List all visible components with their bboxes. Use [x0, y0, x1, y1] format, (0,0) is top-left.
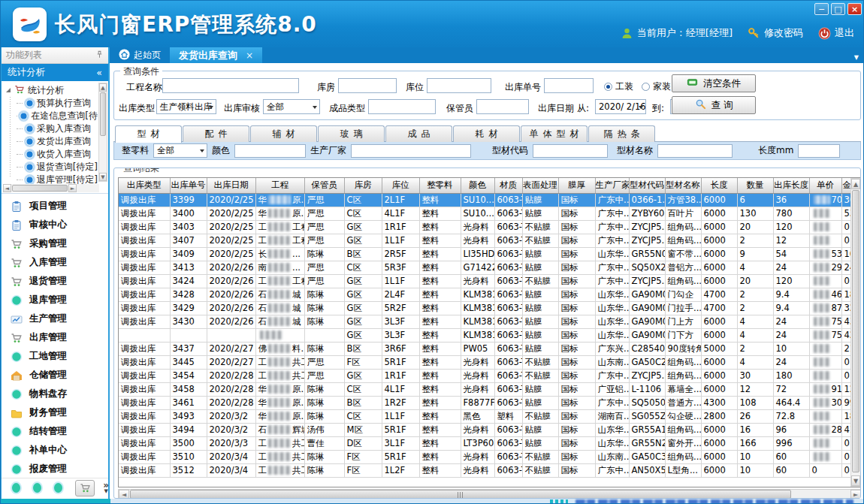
col-warehouse[interactable]: 库房 — [344, 178, 382, 193]
location-input[interactable] — [427, 78, 491, 93]
scroll-down-icon[interactable]: ▼ — [851, 475, 860, 486]
table-row[interactable]: 调拨出库34542020/2/28工共工程严思G区1R1F整料光身料6063-T… — [119, 369, 850, 382]
table-row[interactable]: 调拨出库34242020/2/26工工程严思G区1L1F整料光身料6063-T5… — [119, 274, 850, 288]
sidebar-item-工地管理[interactable]: 工地管理 — [2, 347, 108, 366]
col-out-no[interactable]: 出库单号 — [170, 178, 207, 193]
length-input[interactable] — [798, 144, 840, 158]
table-row[interactable]: 调拨出库35122020/3/4工共工程陈琳F区1L2F整料光身料6063-T5… — [119, 463, 850, 477]
sidebar-item-仓储管理[interactable]: 仓储管理 — [2, 366, 108, 385]
table-row[interactable]: 调拨出库34002020/2/25华原...严思C区4L1F整料SU10...6… — [119, 207, 850, 220]
tree-expander-icon[interactable] — [6, 88, 11, 92]
date-from-picker[interactable]: 2020/ 2/16 — [595, 99, 646, 114]
circle-icon[interactable] — [54, 483, 62, 493]
material-tab-隔热条[interactable]: 隔热条 — [588, 125, 655, 142]
scroll-up-icon[interactable]: ▲ — [851, 179, 860, 189]
table-row[interactable]: 调拨出库34292020/2/26石城陈琳G区5R2F整料KLM38176063… — [119, 301, 850, 315]
scroll-right-icon[interactable]: ► — [850, 490, 861, 499]
project-name-input[interactable] — [162, 78, 299, 93]
manufacturer-input[interactable] — [351, 144, 471, 158]
table-row[interactable]: 调拨出库33992020/2/25华原...严思C区2L1F整料SU10...6… — [119, 193, 850, 207]
sidebar-item-审核中心[interactable]: 审核中心 — [2, 216, 108, 234]
tree-item-发货出库查询[interactable]: 发货出库查询 — [17, 135, 98, 148]
pin-icon[interactable] — [95, 50, 104, 61]
tree-item-预算执行查询[interactable]: 预算执行查询 — [17, 97, 98, 110]
close-button[interactable]: × — [847, 3, 862, 15]
table-row[interactable]: 调拨出库34452020/2/27工共工程严思F区5R1F整料光身料6063-T… — [119, 355, 850, 369]
table-row[interactable]: 调拨出库34612020/2/28华原...陈琳B区1R2F整料F8877FT6… — [119, 396, 850, 409]
scroll-left-icon[interactable]: ◄ — [119, 490, 129, 499]
col-out-date[interactable]: 出库日期 — [207, 178, 255, 193]
table-row[interactable]: 调拨出库34092020/2/25长...陈琳B区2R5F整料LI35HD606… — [119, 247, 850, 261]
tab-home[interactable]: 起始页 — [110, 47, 170, 63]
table-row[interactable]: 调拨出库34932020/3/2华原...陈琳C区1L1F整料黑色塑料不贴膜国标… — [119, 409, 850, 423]
collapse-icon[interactable]: « — [96, 67, 102, 78]
table-row[interactable]: 调拨出库34282020/2/26石城陈琳G区2L4F整料KLM38176063… — [119, 288, 850, 301]
table-row[interactable]: 调拨出库34372020/2/27佛料...陈琳B区3R6F整料PW056063… — [119, 342, 850, 355]
col-surface[interactable]: 表面处理 — [522, 178, 558, 193]
col-project[interactable]: 工程 — [255, 178, 304, 193]
col-profile-name[interactable]: 型材名称 — [665, 178, 701, 193]
table-row[interactable]: 调拨出库35102020/3/4工共工程陈琳F区5R1F整料光身料6063-T5… — [119, 450, 850, 463]
scrollbar-thumb[interactable] — [130, 490, 791, 499]
keeper-input[interactable] — [476, 99, 529, 114]
radio-gongzhuang[interactable]: 工装 — [604, 80, 633, 93]
col-material[interactable]: 材质 — [494, 178, 522, 193]
grid-horizontal-scrollbar[interactable]: ◄ ► — [118, 489, 861, 499]
color-input[interactable] — [234, 144, 306, 158]
col-unit-price[interactable]: 单价 — [809, 178, 841, 193]
col-out-type[interactable]: 出库类型 — [119, 178, 170, 193]
col-quantity[interactable]: 数量 — [737, 178, 773, 193]
sidebar-item-物料盘存[interactable]: 物料盘存 — [2, 385, 108, 403]
tree-root-statistics[interactable]: 统计分析 — [6, 83, 98, 97]
sidebar-item-生产管理[interactable]: 生产管理 — [2, 309, 108, 328]
material-tab-配件[interactable]: 配件 — [183, 125, 249, 142]
col-location[interactable]: 库位 — [382, 178, 419, 193]
tree-horizontal-scrollbar[interactable]: ◄ ► — [3, 184, 99, 192]
col-keeper[interactable]: 保管员 — [304, 178, 344, 193]
material-tab-耗材[interactable]: 耗材 — [453, 125, 520, 142]
tree-item-退货查询[待定][interactable]: 退货查询[待定] — [17, 161, 98, 174]
sidebar-item-结转管理[interactable]: 结转管理 — [2, 422, 108, 441]
col-length[interactable]: 长度 — [701, 178, 737, 193]
material-tab-成品[interactable]: 成品 — [385, 125, 452, 142]
radio-jiazhuang[interactable]: 家装 — [642, 80, 671, 93]
tray-cart-button[interactable] — [75, 480, 95, 496]
profile-name-input[interactable] — [657, 144, 733, 158]
logout-button[interactable]: 退出 — [818, 26, 854, 40]
change-password-button[interactable]: 修改密码 — [748, 26, 803, 40]
table-row[interactable]: 调拨出库34942020/3/2石辉城汤伟M区5R1F整料光身料6063-T5贴… — [119, 423, 850, 436]
table-row[interactable]: 调拨出库34072020/2/25工工程严思G区1L1F整料光身料6063-T5… — [119, 234, 850, 247]
tree-item-在途信息查询[待[interactable]: 在途信息查询[待 — [17, 110, 98, 122]
col-whole-part[interactable]: 整零料 — [419, 178, 461, 193]
scroll-up-icon[interactable]: ▲ — [99, 83, 107, 92]
maximize-button[interactable]: □ — [831, 3, 845, 15]
tree-item-收货入库查询[interactable]: 收货入库查询 — [17, 148, 98, 161]
warehouse-input[interactable] — [338, 78, 397, 93]
sidebar-item-财务管理[interactable]: 财务管理 — [2, 403, 108, 422]
circle-icon[interactable] — [33, 483, 41, 493]
clear-conditions-button[interactable]: 清空条件 — [672, 74, 756, 92]
audit-combo[interactable]: 全部 — [263, 99, 320, 114]
col-out-length[interactable]: 出库长度 — [773, 178, 809, 193]
sidebar-item-项目管理[interactable]: 项目管理 — [2, 197, 108, 216]
scroll-down-icon[interactable]: ▼ — [99, 173, 107, 181]
material-tab-单体型材[interactable]: 单体型材 — [521, 125, 588, 142]
tab-shipment-outbound-query[interactable]: 发货出库查询 × — [170, 47, 262, 63]
col-profile-code[interactable]: 型材代码 — [629, 178, 665, 193]
material-tab-玻璃[interactable]: 玻璃 — [318, 125, 385, 142]
tree-vertical-scrollbar[interactable]: ▲ ▼ — [98, 83, 107, 182]
sidebar-item-出库管理[interactable]: 出库管理 — [2, 328, 108, 347]
section-header-statistics[interactable]: 统计分析 « — [2, 64, 108, 81]
sidebar-item-退货管理[interactable]: 退货管理 — [2, 272, 108, 291]
sidebar-item-报废管理[interactable]: 报废管理 — [2, 460, 108, 478]
table-row[interactable]: 调拨出库35002020/3/3工共工程曹佳D区3L1F整料LT3P606063… — [119, 436, 850, 450]
scroll-left-icon[interactable]: ◄ — [3, 184, 11, 192]
col-color[interactable]: 颜色 — [461, 178, 494, 193]
minimize-button[interactable]: ─ — [814, 3, 829, 15]
scroll-right-icon[interactable]: ► — [68, 184, 77, 192]
tab-list-dropdown-icon[interactable]: ▼ — [854, 54, 859, 61]
col-film[interactable]: 膜厚 — [558, 178, 595, 193]
sidebar-item-退库管理[interactable]: 退库管理 — [2, 291, 108, 309]
circle-icon[interactable] — [12, 483, 20, 493]
sidebar-item-补单中心[interactable]: 补单中心 — [2, 441, 108, 460]
